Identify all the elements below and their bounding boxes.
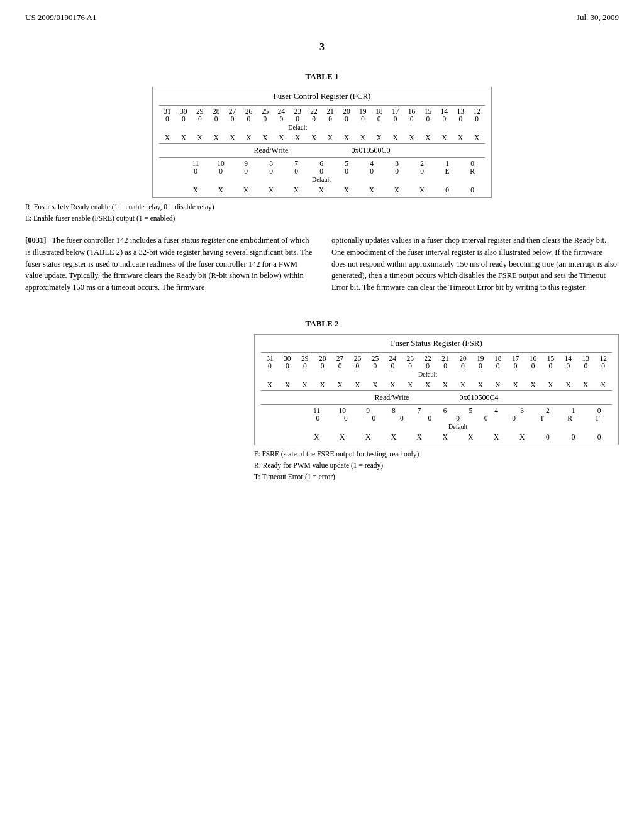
table2-register-name: Fuser Status Register (FSR) [261, 338, 612, 348]
table1-rw-label: Read/Write [254, 146, 289, 155]
page-number: 3 [25, 42, 619, 53]
table2-lower-x-row: X X X X X X X X X 0 0 0 [261, 433, 612, 441]
table1-rw-addr-row: Read/Write 0x010500C0 [159, 146, 485, 155]
table1-outer-box: Fuser Control Register (FCR) 31 30 29 28… [152, 87, 492, 198]
page-date: Jul. 30, 2009 [577, 13, 619, 23]
table2-footnote-t: T: Timeout Error (1 = error) [254, 473, 619, 480]
table1-lower-x-row: X X X X X X X X X X 0 0 [159, 186, 485, 194]
table1-upper-bit-numbers: 31 30 29 28 27 26 25 24 23 22 21 20 19 1… [159, 108, 485, 115]
table2-upper-default-label: Default [418, 371, 437, 378]
table1-footnote-e: E: Enable fuser enable (FSRE) output (1 … [25, 214, 619, 222]
table2-footnotes: F: FSRE (state of the FSRE output for te… [254, 450, 619, 480]
body-col-left: [0031] The fuser controller 142 includes… [25, 235, 313, 306]
table1-title: TABLE 1 [25, 72, 619, 82]
table1-address: 0x010500C0 [351, 146, 390, 155]
table1-footnote-r: R: Fuser safety Ready enable (1 = enable… [25, 203, 619, 211]
table2-lower-bit-numbers: 11 10 9 8 7 6 5 4 3 2 1 0 [261, 407, 612, 414]
table1-lower-values: 0 0 0 0 0 0 Default 0 0 0 0 E R [159, 167, 485, 175]
body-paragraph-right: optionally updates values in a fuser cho… [331, 235, 619, 294]
table2-footnote-r: R: Ready for PWM value update (1 = ready… [254, 462, 619, 469]
page-header: US 2009/0190176 A1 Jul. 30, 2009 [25, 13, 619, 23]
table1-upper-default-label: Default [288, 124, 307, 131]
table1-upper-x-row: X X X X X X X X X X X X X X X X X X X X [159, 134, 485, 141]
table2-rw-label: Read/Write [375, 393, 409, 402]
table2-lower-values: 0 0 0 0 0 0 Default 0 0 T R F [261, 414, 612, 422]
table1-upper-values: 0 0 0 0 0 0 0 0 0 Default 0 0 0 0 0 0 0 … [159, 115, 485, 123]
body-section: [0031] The fuser controller 142 includes… [25, 235, 619, 306]
table2-upper-values: 0 0 0 0 0 0 0 0 0 0 Default 0 0 0 0 0 0 … [261, 362, 612, 370]
table2-footnote-f: F: FSRE (state of the FSRE output for te… [254, 450, 619, 458]
table2-section: TABLE 2 Fuser Status Register (FSR) 31 3… [25, 319, 619, 480]
table1-register-name: Fuser Control Register (FCR) [159, 91, 485, 101]
table1-section: TABLE 1 Fuser Control Register (FCR) 31 … [25, 72, 619, 222]
patent-number: US 2009/0190176 A1 [25, 13, 96, 23]
table1-lower-bit-numbers: 11 10 9 8 7 6 5 4 3 2 1 0 [159, 160, 485, 167]
table2-rw-addr-row: Read/Write 0x010500C4 [261, 393, 612, 402]
body-paragraph-left: [0031] The fuser controller 142 includes… [25, 235, 313, 294]
table2-address: 0x010500C4 [459, 393, 498, 402]
body-col-right: optionally updates values in a fuser cho… [331, 235, 619, 306]
table2-upper-x-row: X X X X X X X X X X X X X X X X X X X X [261, 381, 612, 389]
table2-upper-bit-numbers: 31 30 29 28 27 26 25 24 23 22 21 20 19 1… [261, 355, 612, 362]
table2-title: TABLE 2 [25, 319, 619, 329]
table2-lower-default-label: Default [448, 423, 467, 430]
table2-outer-box: Fuser Status Register (FSR) 31 30 29 28 … [254, 334, 619, 445]
table1-lower-default-label: Default [312, 176, 331, 183]
